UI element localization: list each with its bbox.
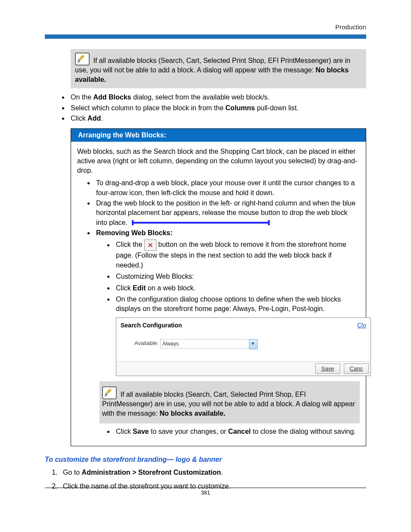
top-bullet-list: On the Add Blocks dialog, select from th… <box>45 93 366 123</box>
note-box-nested: If all available blocks (Search, Cart, S… <box>100 381 360 423</box>
list-item: Customizing Web Blocks: <box>114 272 360 281</box>
available-value: Always <box>162 341 179 347</box>
config-title: Search Configuration <box>121 321 182 330</box>
config-close-link[interactable]: Clo <box>357 321 366 330</box>
branding-heading: To customize the storefront branding— lo… <box>45 456 366 464</box>
note1-text: If all available blocks (Search, Cart, S… <box>75 57 350 74</box>
panel-main-list: To drag-and-drop a web block, place your… <box>77 178 360 436</box>
panel-title: Arranging the Web Blocks: <box>71 129 366 142</box>
list-item: To drag-and-drop a web block, place your… <box>94 178 360 198</box>
note2-text: If all available blocks (Search, Cart, S… <box>102 391 355 417</box>
header-rule <box>45 34 366 39</box>
pencil-icon <box>75 53 90 65</box>
list-item: Click Edit on a web block. <box>114 283 360 293</box>
svg-rect-1 <box>79 55 85 60</box>
list-item: Drag the web block to the position in th… <box>94 199 360 227</box>
arranging-panel: Arranging the Web Blocks: Web blocks, su… <box>71 128 366 446</box>
note2-bold: No blocks available. <box>159 410 225 417</box>
list-item: Go to Administration > Storefront Custom… <box>59 468 366 477</box>
cancel-button[interactable]: Canc <box>344 364 369 374</box>
list-item: Click Save to save your changes, or Canc… <box>114 427 360 436</box>
pencil-icon <box>102 386 117 399</box>
placement-bar-icon <box>132 222 270 224</box>
close-icon[interactable] <box>144 240 156 251</box>
list-item: Click Add. <box>69 114 366 123</box>
panel-sub-list: Click the button on the web block to rem… <box>96 240 360 436</box>
page-number: 381 <box>45 488 366 496</box>
panel-intro: Web blocks, such as the Search block and… <box>77 147 360 175</box>
list-item: On the configuration dialog choose optio… <box>114 295 360 423</box>
list-item: On the Add Blocks dialog, select from th… <box>69 93 366 102</box>
search-config-dialog: Search Configuration Clo Available: Alwa… <box>116 317 371 376</box>
available-combobox[interactable]: Always <box>160 339 258 348</box>
list-item: Select which column to place the block i… <box>69 103 366 113</box>
svg-rect-4 <box>106 389 112 394</box>
list-item: Removing Web Blocks: Click the button on… <box>94 228 360 436</box>
list-item: Click the button on the web block to rem… <box>114 240 360 270</box>
save-button[interactable]: Save <box>315 364 340 374</box>
available-label: Available: <box>134 340 159 347</box>
header-section-label: Production <box>335 23 366 31</box>
note-box-top: If all available blocks (Search, Cart, S… <box>71 49 366 88</box>
chevron-down-icon[interactable] <box>249 339 258 349</box>
